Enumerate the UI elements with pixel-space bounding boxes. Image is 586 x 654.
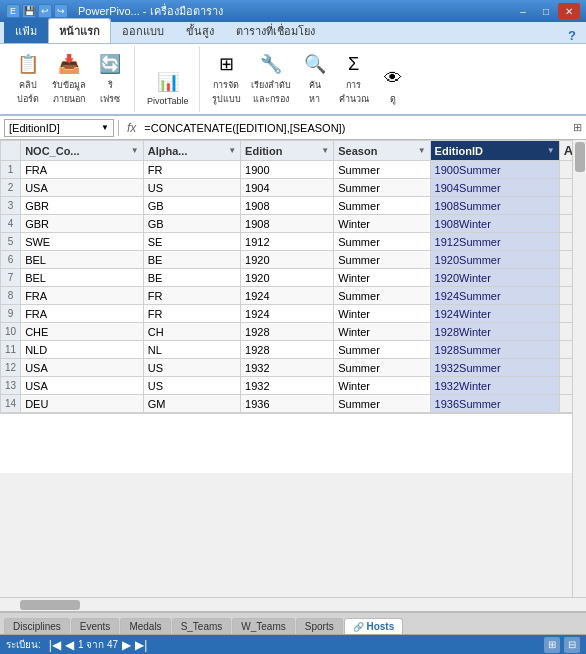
- cell-season[interactable]: Winter: [334, 215, 430, 233]
- next-record-button[interactable]: ▶: [122, 638, 131, 652]
- cell-alpha[interactable]: FR: [143, 161, 240, 179]
- cell-noc[interactable]: CHE: [21, 323, 144, 341]
- tab-file[interactable]: แฟ้ม: [4, 18, 48, 43]
- col-header-noc[interactable]: NOC_Co... ▼: [21, 141, 144, 161]
- cell-season[interactable]: Winter: [334, 305, 430, 323]
- tab-sports[interactable]: Sports: [296, 618, 343, 634]
- cell-editionid[interactable]: 1924Winter: [430, 305, 559, 323]
- cell-edition[interactable]: 1924: [241, 305, 334, 323]
- cell-noc[interactable]: USA: [21, 359, 144, 377]
- help-button[interactable]: ?: [562, 28, 582, 43]
- cell-noc[interactable]: USA: [21, 179, 144, 197]
- cell-editionid[interactable]: 1920Winter: [430, 269, 559, 287]
- hscroll-thumb[interactable]: [20, 600, 80, 610]
- calculate-button[interactable]: Σ การคำนวณ: [335, 48, 373, 108]
- cell-edition[interactable]: 1908: [241, 215, 334, 233]
- cell-season[interactable]: Summer: [334, 197, 430, 215]
- cell-season[interactable]: Winter: [334, 269, 430, 287]
- cell-alpha[interactable]: GB: [143, 197, 240, 215]
- cell-editionid[interactable]: 1900Summer: [430, 161, 559, 179]
- tab-home[interactable]: หน้าแรก: [48, 18, 111, 43]
- cell-alpha[interactable]: FR: [143, 305, 240, 323]
- cell-alpha[interactable]: FR: [143, 287, 240, 305]
- refresh-button[interactable]: 🔄 ริเฟรซ: [92, 48, 128, 108]
- cell-edition[interactable]: 1928: [241, 323, 334, 341]
- find-button[interactable]: 🔍 ค้นหา: [297, 48, 333, 108]
- clipboard-button[interactable]: 📋 คลิปปอร์ด: [10, 48, 46, 108]
- save-icon[interactable]: 💾: [22, 4, 36, 18]
- tab-s-teams[interactable]: S_Teams: [172, 618, 232, 634]
- cell-alpha[interactable]: BE: [143, 269, 240, 287]
- cell-editionid[interactable]: 1920Summer: [430, 251, 559, 269]
- prev-record-button[interactable]: ◀: [65, 638, 74, 652]
- cell-season[interactable]: Summer: [334, 395, 430, 413]
- cell-edition[interactable]: 1924: [241, 287, 334, 305]
- cell-alpha[interactable]: CH: [143, 323, 240, 341]
- cell-edition[interactable]: 1932: [241, 377, 334, 395]
- cell-editionid[interactable]: 1928Summer: [430, 341, 559, 359]
- format-button[interactable]: ⊞ การจัดรูปแบบ: [208, 48, 245, 108]
- cell-noc[interactable]: FRA: [21, 161, 144, 179]
- cell-edition[interactable]: 1920: [241, 251, 334, 269]
- cell-edition[interactable]: 1912: [241, 233, 334, 251]
- vscroll-thumb[interactable]: [575, 142, 585, 172]
- undo-icon[interactable]: ↩: [38, 4, 52, 18]
- get-external-data-button[interactable]: 📥 รับข้อมูลภายนอก: [48, 48, 90, 108]
- cell-alpha[interactable]: SE: [143, 233, 240, 251]
- cell-editionid[interactable]: 1928Winter: [430, 323, 559, 341]
- col-header-season[interactable]: Season ▼: [334, 141, 430, 161]
- view-normal-button[interactable]: ⊞: [544, 637, 560, 653]
- cell-alpha[interactable]: US: [143, 179, 240, 197]
- cell-season[interactable]: Summer: [334, 161, 430, 179]
- cell-noc[interactable]: USA: [21, 377, 144, 395]
- cell-season[interactable]: Winter: [334, 323, 430, 341]
- cell-noc[interactable]: NLD: [21, 341, 144, 359]
- cell-season[interactable]: Summer: [334, 287, 430, 305]
- cell-editionid[interactable]: 1924Summer: [430, 287, 559, 305]
- maximize-button[interactable]: □: [535, 3, 557, 19]
- view-layout-button[interactable]: ⊟: [564, 637, 580, 653]
- name-box[interactable]: [EditionID] ▼: [4, 119, 114, 137]
- cell-alpha[interactable]: NL: [143, 341, 240, 359]
- last-record-button[interactable]: ▶|: [135, 638, 147, 652]
- close-button[interactable]: ✕: [558, 3, 580, 19]
- cell-edition[interactable]: 1928: [241, 341, 334, 359]
- cell-noc[interactable]: BEL: [21, 251, 144, 269]
- cell-noc[interactable]: DEU: [21, 395, 144, 413]
- tab-disciplines[interactable]: Disciplines: [4, 618, 70, 634]
- redo-icon[interactable]: ↪: [54, 4, 68, 18]
- cell-season[interactable]: Summer: [334, 179, 430, 197]
- formula-input[interactable]: [144, 119, 569, 137]
- cell-edition[interactable]: 1908: [241, 197, 334, 215]
- cell-season[interactable]: Winter: [334, 377, 430, 395]
- col-header-edition[interactable]: Edition ▼: [241, 141, 334, 161]
- cell-noc[interactable]: GBR: [21, 215, 144, 233]
- name-box-dropdown-icon[interactable]: ▼: [101, 123, 109, 132]
- cell-editionid[interactable]: 1904Summer: [430, 179, 559, 197]
- noc-filter-icon[interactable]: ▼: [131, 146, 139, 155]
- cell-edition[interactable]: 1920: [241, 269, 334, 287]
- tab-hosts[interactable]: 🔗 Hosts: [344, 618, 404, 634]
- cell-alpha[interactable]: US: [143, 359, 240, 377]
- col-header-editionid[interactable]: EditionID ▼: [430, 141, 559, 161]
- cell-editionid[interactable]: 1912Summer: [430, 233, 559, 251]
- cell-alpha[interactable]: GM: [143, 395, 240, 413]
- sort-filter-button[interactable]: 🔧 เรียงลำดับและกรอง: [247, 48, 295, 108]
- cell-alpha[interactable]: BE: [143, 251, 240, 269]
- cell-edition[interactable]: 1932: [241, 359, 334, 377]
- tab-medals[interactable]: Medals: [120, 618, 170, 634]
- cell-noc[interactable]: FRA: [21, 305, 144, 323]
- cell-season[interactable]: Summer: [334, 341, 430, 359]
- tab-w-teams[interactable]: W_Teams: [232, 618, 294, 634]
- tab-design[interactable]: ออกแบบ: [111, 18, 175, 43]
- pivottable-button[interactable]: 📊 PivotTable: [143, 66, 193, 108]
- cell-editionid[interactable]: 1932Winter: [430, 377, 559, 395]
- cell-season[interactable]: Summer: [334, 233, 430, 251]
- cell-edition[interactable]: 1904: [241, 179, 334, 197]
- edition-filter-icon[interactable]: ▼: [321, 146, 329, 155]
- cell-editionid[interactable]: 1908Winter: [430, 215, 559, 233]
- horizontal-scrollbar[interactable]: [0, 597, 586, 611]
- cell-noc[interactable]: SWE: [21, 233, 144, 251]
- tab-events[interactable]: Events: [71, 618, 120, 634]
- alpha-filter-icon[interactable]: ▼: [228, 146, 236, 155]
